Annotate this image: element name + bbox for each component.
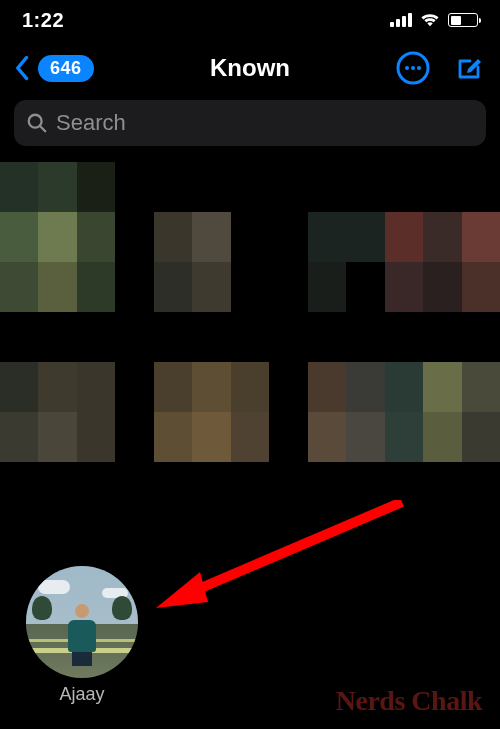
chevron-left-icon xyxy=(14,54,32,82)
status-indicators xyxy=(390,13,478,27)
back-button[interactable]: 646 xyxy=(14,54,94,82)
unread-badge: 646 xyxy=(38,55,94,82)
annotation-arrow xyxy=(152,500,412,620)
avatar xyxy=(26,566,138,678)
contact-item[interactable]: Ajaay xyxy=(26,566,138,705)
pixelated-content xyxy=(0,162,500,512)
status-time: 1:22 xyxy=(22,9,64,32)
compose-icon xyxy=(454,53,484,83)
ellipsis-circle-icon xyxy=(396,51,430,85)
nav-bar: 646 Known xyxy=(0,40,500,96)
watermark: Nerds Chalk xyxy=(336,685,482,717)
contact-name: Ajaay xyxy=(59,684,104,705)
svg-marker-6 xyxy=(156,572,208,608)
svg-point-3 xyxy=(417,66,421,70)
cellular-icon xyxy=(390,13,412,27)
search-input[interactable]: Search xyxy=(14,100,486,146)
svg-point-2 xyxy=(411,66,415,70)
status-bar: 1:22 xyxy=(0,0,500,40)
search-icon xyxy=(26,112,48,134)
compose-button[interactable] xyxy=(452,51,486,85)
wifi-icon xyxy=(420,13,440,27)
search-placeholder: Search xyxy=(56,110,126,136)
battery-icon xyxy=(448,13,478,27)
more-button[interactable] xyxy=(396,51,430,85)
svg-line-5 xyxy=(40,126,45,131)
svg-point-1 xyxy=(405,66,409,70)
